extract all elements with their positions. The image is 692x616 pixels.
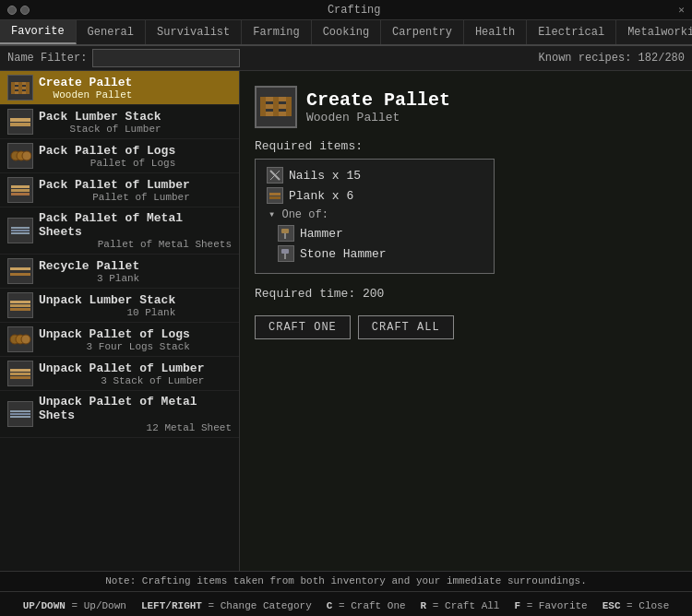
- recipe-name-recycle-pallet: Recycle Pallet: [39, 259, 139, 273]
- svg-rect-14: [11, 227, 30, 229]
- recipe-icon-unpack-pallet-metal-shets: [7, 401, 33, 427]
- required-time: Required time: 200: [255, 287, 677, 301]
- svg-rect-16: [11, 232, 30, 234]
- recipe-item-unpack-pallet-logs[interactable]: Unpack Pallet of Logs 3 Four Logs Stack: [0, 323, 239, 357]
- recipe-item-unpack-lumber-stack[interactable]: Unpack Lumber Stack 10 Plank: [0, 289, 239, 323]
- svg-rect-27: [10, 376, 30, 379]
- shortcut-craft-one: C = Craft One: [327, 600, 406, 611]
- recipe-sub-recycle-pallet: 3 Plank: [39, 273, 139, 284]
- nails-icon: [267, 167, 283, 184]
- recipe-name-unpack-pallet-metal-shets: Unpack Pallet of Metal Shets: [39, 395, 232, 422]
- recipe-item-create-pallet[interactable]: Create Pallet Wooden Pallet: [0, 71, 239, 105]
- detail-panel: Create Pallet Wooden Pallet Required ite…: [240, 71, 692, 571]
- hammer-icon: [278, 225, 294, 242]
- recipe-name-unpack-pallet-logs: Unpack Pallet of Logs: [39, 327, 190, 341]
- svg-rect-18: [10, 273, 30, 276]
- recipe-name-unpack-pallet-lumber: Unpack Pallet of Lumber: [39, 361, 204, 375]
- recipe-sub-unpack-lumber-stack: 10 Plank: [39, 307, 175, 318]
- svg-rect-43: [284, 253, 286, 259]
- recipe-sub-unpack-pallet-lumber: 3 Stack of Lumber: [39, 375, 204, 386]
- svg-rect-26: [10, 373, 30, 375]
- recipe-item-unpack-pallet-metal-shets[interactable]: Unpack Pallet of Metal Shets 12 Metal Sh…: [0, 391, 239, 438]
- shortcut-updown: UP/DOWN = Up/Down: [23, 600, 126, 611]
- name-filter-input[interactable]: [92, 49, 240, 67]
- detail-header: Create Pallet Wooden Pallet: [255, 86, 677, 128]
- recipe-item-pack-pallet-logs[interactable]: Pack Pallet of Logs Pallet of Logs: [0, 139, 239, 173]
- close-icon[interactable]: ✕: [678, 4, 685, 16]
- tab-electrical[interactable]: Electrical: [527, 20, 616, 44]
- recipe-icon-pack-pallet-metal-sheets: [7, 218, 33, 243]
- svg-rect-7: [10, 123, 30, 126]
- recipe-sub-pack-pallet-metal-sheets: Pallet of Metal Sheets: [39, 239, 232, 250]
- tab-cooking[interactable]: Cooking: [312, 20, 381, 44]
- svg-rect-44: [281, 249, 289, 254]
- recipe-item-pack-pallet-lumber[interactable]: Pack Pallet of Lumber Pallet of Lumber: [0, 173, 239, 207]
- recipe-name-unpack-lumber-stack: Unpack Lumber Stack: [39, 293, 175, 307]
- svg-rect-30: [10, 416, 30, 418]
- ingredient-nails-text: Nails x 15: [289, 169, 361, 183]
- stone-hammer-icon: [278, 245, 294, 262]
- svg-point-24: [21, 335, 30, 344]
- recipe-item-unpack-pallet-lumber[interactable]: Unpack Pallet of Lumber 3 Stack of Lumbe…: [0, 357, 239, 391]
- svg-rect-6: [10, 118, 30, 122]
- detail-item-icon: [255, 86, 297, 128]
- svg-rect-13: [11, 193, 30, 195]
- recipe-sub-unpack-pallet-metal-shets: 12 Metal Sheet: [39, 422, 232, 433]
- shortcut-craft-all: R = Craft All: [421, 600, 500, 611]
- tab-favorite[interactable]: Favorite: [0, 20, 77, 44]
- svg-rect-5: [26, 82, 30, 94]
- recipe-icon-pack-pallet-lumber: [7, 177, 33, 203]
- title-dot-1: [7, 6, 17, 15]
- svg-rect-11: [11, 185, 30, 188]
- svg-rect-19: [10, 301, 30, 303]
- tab-survivalist[interactable]: Survivalist: [146, 20, 242, 44]
- recipe-name-create-pallet: Create Pallet: [39, 76, 132, 89]
- recipe-icon-pack-lumber: [7, 109, 33, 135]
- recipe-name-pack-pallet-logs: Pack Pallet of Logs: [39, 144, 175, 158]
- ingredient-plank-text: Plank x 6: [289, 189, 353, 203]
- shortcuts-bar: UP/DOWN = Up/Down LEFT/RIGHT = Change Ca…: [0, 591, 692, 616]
- tab-health[interactable]: Health: [464, 20, 527, 44]
- craft-buttons: CRAFT ONE CRAFT ALL: [255, 315, 677, 339]
- svg-rect-34: [260, 97, 266, 116]
- recipe-name-pack-lumber-stack: Pack Lumber Stack: [39, 110, 161, 124]
- tab-general[interactable]: General: [77, 20, 146, 44]
- shortcut-favorite: F = Favorite: [514, 600, 587, 611]
- bottom-note-text: Note: Crafting items taken from both inv…: [105, 575, 587, 586]
- known-recipes-display: Known recipes: 182/280: [539, 52, 685, 65]
- recipe-icon-unpack-lumber-stack: [7, 292, 33, 318]
- svg-rect-15: [11, 230, 30, 231]
- svg-rect-39: [269, 193, 280, 195]
- svg-rect-41: [284, 232, 286, 239]
- title-bar: Crafting ✕: [0, 0, 692, 20]
- ingredient-hammer: Hammer: [278, 225, 483, 242]
- recipe-icon-unpack-pallet-lumber: [7, 361, 33, 386]
- recipe-item-pack-pallet-metal-sheets[interactable]: Pack Pallet of Metal Sheets Pallet of Me…: [0, 207, 239, 255]
- svg-rect-20: [10, 304, 30, 307]
- tab-carpentry[interactable]: Carpentry: [381, 20, 464, 44]
- recipe-item-recycle-pallet[interactable]: Recycle Pallet 3 Plank: [0, 255, 239, 289]
- ingredient-hammer-text: Hammer: [300, 227, 343, 241]
- tab-farming[interactable]: Farming: [242, 20, 311, 44]
- plank-icon: [267, 187, 283, 204]
- svg-rect-29: [10, 413, 30, 415]
- recipe-icon-unpack-pallet-logs: [7, 326, 33, 352]
- tab-bar: Favorite General Survivalist Farming Coo…: [0, 20, 692, 46]
- recipe-item-pack-lumber-stack[interactable]: Pack Lumber Stack Stack of Lumber: [0, 105, 239, 139]
- shortcut-esc: ESC = Close: [603, 600, 670, 611]
- svg-rect-36: [286, 97, 292, 116]
- craft-one-button[interactable]: CRAFT ONE: [255, 315, 351, 339]
- svg-point-10: [22, 151, 31, 160]
- recipe-list: Create Pallet Wooden Pallet Pack Lumber …: [0, 71, 240, 571]
- recipe-name-pack-pallet-lumber: Pack Pallet of Lumber: [39, 178, 190, 192]
- svg-rect-21: [10, 308, 30, 311]
- tab-metalworking[interactable]: Metalworking: [616, 20, 692, 44]
- craft-all-button[interactable]: CRAFT ALL: [358, 315, 454, 339]
- recipe-icon-recycle-pallet: [7, 258, 33, 284]
- main-layout: Create Pallet Wooden Pallet Pack Lumber …: [0, 71, 692, 571]
- svg-rect-28: [10, 410, 30, 412]
- recipe-icon-create-pallet: [7, 75, 33, 101]
- ingredient-stone-hammer: Stone Hammer: [278, 245, 483, 262]
- filter-bar: Name Filter: Known recipes: 182/280: [0, 46, 692, 71]
- recipe-name-pack-pallet-metal-sheets: Pack Pallet of Metal Sheets: [39, 211, 232, 239]
